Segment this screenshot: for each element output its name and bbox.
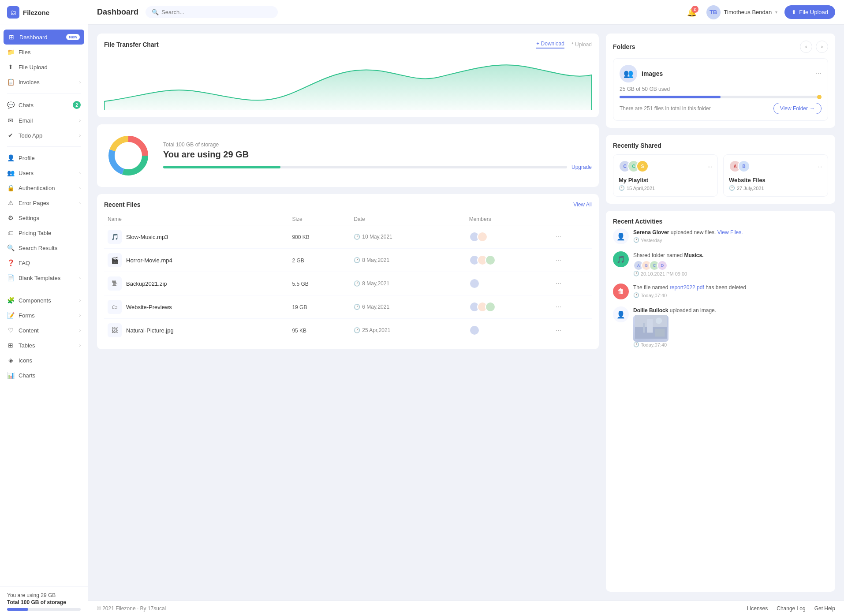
sidebar-item-label: Pricing Table bbox=[19, 230, 51, 236]
file-size: 95 KB bbox=[292, 328, 306, 334]
auth-icon: 🔒 bbox=[7, 184, 14, 191]
sidebar-item-faq[interactable]: ❓ FAQ bbox=[0, 255, 88, 270]
chevron-icon: › bbox=[79, 171, 81, 175]
sidebar-item-chats[interactable]: 💬 Chats 2 bbox=[0, 97, 88, 113]
folder-prev-btn[interactable]: ‹ bbox=[800, 41, 812, 53]
row-more-button[interactable]: ··· bbox=[554, 256, 563, 264]
folder-item: 👥 Images ··· 25 GB of 50 GB used There a… bbox=[613, 58, 828, 121]
members-avatars bbox=[469, 302, 547, 312]
file-name: Horror-Movie.mp4 bbox=[126, 257, 172, 264]
sidebar-item-tables[interactable]: ⊞ Tables › bbox=[0, 338, 88, 353]
sidebar-item-dashboard[interactable]: ⊞ Dashboard New bbox=[4, 30, 84, 45]
row-more-button[interactable]: ··· bbox=[554, 303, 563, 311]
activity-text: Shared folder named Musics. bbox=[633, 251, 828, 259]
new-badge: New bbox=[66, 34, 80, 40]
row-more-button[interactable]: ··· bbox=[554, 233, 563, 241]
sidebar-item-invoices[interactable]: 📋 Invoices › bbox=[0, 75, 88, 90]
sidebar-item-email[interactable]: ✉ Email › bbox=[0, 113, 88, 128]
sidebar-item-icons[interactable]: ◈ Icons bbox=[0, 353, 88, 368]
sidebar-item-error-pages[interactable]: ⚠ Error Pages › bbox=[0, 195, 88, 210]
folder-count: There are 251 files in total in this fol… bbox=[620, 105, 711, 112]
sidebar-item-files[interactable]: 📁 Files bbox=[0, 45, 88, 60]
table-row: 🎬 Horror-Movie.mp4 2 GB 🕐 8 May,2021 ··· bbox=[104, 249, 592, 272]
search-results-icon: 🔍 bbox=[7, 244, 14, 251]
sidebar-item-charts[interactable]: 📊 Charts bbox=[0, 368, 88, 383]
upload-icon: ⬆ bbox=[792, 9, 796, 15]
view-folder-button[interactable]: View Folder → bbox=[773, 103, 822, 114]
file-name-cell: 🎬 Horror-Movie.mp4 bbox=[108, 253, 285, 267]
sidebar-item-label: Chats bbox=[19, 102, 34, 108]
chevron-down-icon: ▾ bbox=[775, 10, 777, 15]
sidebar-divider bbox=[7, 146, 81, 147]
users-icon: 👥 bbox=[7, 169, 14, 176]
shared-item-more[interactable]: ··· bbox=[818, 163, 822, 170]
notification-bell[interactable]: 🔔 2 bbox=[684, 5, 699, 20]
todo-icon: ✔ bbox=[7, 132, 14, 139]
page-footer: © 2021 Filezone · By 17sucai Licenses Ch… bbox=[88, 601, 844, 616]
view-all-link[interactable]: View All bbox=[573, 202, 592, 208]
sidebar-item-users[interactable]: 👥 Users › bbox=[0, 165, 88, 180]
sidebar-item-label: Components bbox=[19, 297, 51, 304]
shared-avatars: A B C D bbox=[633, 260, 668, 271]
chart-area bbox=[104, 53, 592, 110]
search-box[interactable]: 🔍 bbox=[146, 6, 278, 18]
folder-more-btn[interactable]: ··· bbox=[816, 70, 822, 78]
sidebar-footer: You are using 29 GB Total 100 GB of stor… bbox=[0, 586, 88, 616]
sidebar-item-label: Charts bbox=[19, 372, 35, 379]
upgrade-link[interactable]: Upgrade bbox=[571, 164, 592, 170]
recently-shared-card: Recently Shared C C S ··· bbox=[606, 135, 835, 204]
activity-time: 🕐 Today,07:40 bbox=[633, 292, 828, 298]
shared-grid: C C S ··· My Playlist 🕐 15 April,2021 bbox=[613, 154, 828, 197]
search-input[interactable] bbox=[161, 9, 272, 15]
sidebar-item-authentication[interactable]: 🔒 Authentication › bbox=[0, 180, 88, 195]
file-icon: 🎵 bbox=[108, 230, 122, 244]
icons-icon: ◈ bbox=[7, 357, 14, 364]
row-more-button[interactable]: ··· bbox=[554, 280, 563, 287]
sidebar-total-label: Total 100 GB of storage bbox=[7, 599, 81, 605]
upload-button[interactable]: ⬆ File Upload bbox=[784, 5, 835, 19]
footer-link-gethelp[interactable]: Get Help bbox=[814, 605, 835, 612]
charts-icon: 📊 bbox=[7, 372, 14, 379]
sidebar-item-content[interactable]: ♡ Content › bbox=[0, 323, 88, 338]
member-avatar bbox=[485, 302, 496, 312]
sidebar-item-file-upload[interactable]: ⬆ File Upload bbox=[0, 60, 88, 75]
view-folder-label: View Folder bbox=[780, 105, 808, 112]
settings-icon: ⚙ bbox=[7, 214, 14, 221]
folder-next-btn[interactable]: › bbox=[816, 41, 828, 53]
sidebar-item-todo[interactable]: ✔ Todo App › bbox=[0, 128, 88, 143]
activity-file-link[interactable]: report2022.pdf bbox=[670, 284, 704, 291]
sidebar-item-forms[interactable]: 📝 Forms › bbox=[0, 308, 88, 323]
app-name: Filezone bbox=[23, 9, 49, 16]
sidebar-divider bbox=[7, 289, 81, 289]
forms-icon: 📝 bbox=[7, 312, 14, 319]
sidebar-item-blank-templates[interactable]: 📄 Blank Templates › bbox=[0, 270, 88, 285]
row-more-button[interactable]: ··· bbox=[554, 326, 563, 334]
sidebar-item-search-results[interactable]: 🔍 Search Results bbox=[0, 240, 88, 255]
footer-link-licenses[interactable]: Licenses bbox=[747, 605, 768, 612]
shared-item-more[interactable]: ··· bbox=[707, 163, 712, 170]
member-avatar bbox=[469, 278, 480, 289]
footer-link-changelog[interactable]: Change Log bbox=[777, 605, 805, 612]
members-avatars bbox=[469, 278, 547, 289]
storage-main-text: You are using 29 GB bbox=[163, 149, 592, 160]
sidebar: 🗂 Filezone ⊞ Dashboard New 📁 Files ⬆ Fil… bbox=[0, 0, 88, 616]
file-name: Slow-Music.mp3 bbox=[126, 234, 168, 240]
sidebar-item-components[interactable]: 🧩 Components › bbox=[0, 293, 88, 308]
storage-progress: Upgrade bbox=[163, 164, 592, 170]
file-name-cell: 🗂 Website-Previews bbox=[108, 300, 285, 314]
table-row: 🎵 Slow-Music.mp3 900 KB 🕐 10 May,2021 ··… bbox=[104, 225, 592, 249]
chevron-icon: › bbox=[79, 133, 81, 138]
activity-link[interactable]: View Files. bbox=[717, 229, 743, 235]
activity-image bbox=[633, 315, 668, 342]
sidebar-item-label: Error Pages bbox=[19, 200, 49, 206]
user-menu[interactable]: TB Timotheus Bendan ▾ bbox=[706, 5, 778, 19]
file-date: 🕐 8 May,2021 bbox=[354, 280, 462, 287]
sidebar-item-settings[interactable]: ⚙ Settings bbox=[0, 210, 88, 225]
sidebar-item-profile[interactable]: 👤 Profile bbox=[0, 150, 88, 165]
folder-avatar: 👥 bbox=[620, 65, 637, 82]
col-members: Members bbox=[466, 213, 550, 225]
folder-progress-wrap bbox=[620, 96, 822, 98]
activity-user: Dollie Bullock bbox=[633, 307, 668, 314]
file-size: 19 GB bbox=[292, 304, 307, 310]
sidebar-item-pricing-table[interactable]: 🏷 Pricing Table bbox=[0, 225, 88, 240]
